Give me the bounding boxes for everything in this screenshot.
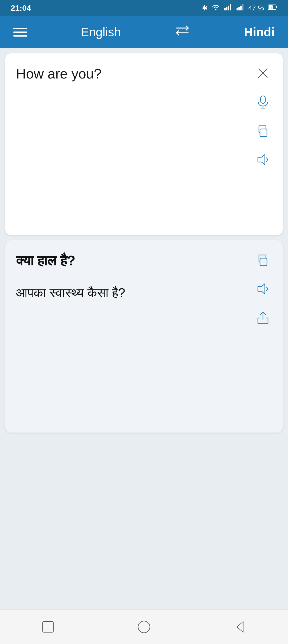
- source-language-button[interactable]: English: [81, 25, 121, 39]
- svg-point-23: [138, 621, 150, 633]
- clear-input-button[interactable]: [254, 64, 272, 82]
- svg-rect-5: [237, 8, 238, 10]
- signal2-icon: [236, 3, 245, 13]
- battery-text: 47 %: [248, 4, 264, 12]
- svg-marker-21: [258, 284, 265, 294]
- translation-secondary-text: आपका स्वास्थ्य कैसा है?: [16, 284, 249, 302]
- target-language-button[interactable]: Hindi: [244, 25, 275, 39]
- svg-marker-24: [237, 622, 243, 632]
- battery-icon: ⚡: [268, 3, 277, 13]
- translation-text-area: क्या हाल है? आपका स्वास्थ्य कैसा है?: [16, 251, 254, 422]
- svg-rect-2: [226, 7, 227, 10]
- speak-translation-button[interactable]: [254, 280, 272, 298]
- status-icons: ✱ 47 %: [202, 3, 277, 13]
- signal-icon: [224, 3, 232, 13]
- top-nav: English Hindi: [0, 16, 288, 48]
- input-actions: [254, 64, 272, 224]
- svg-rect-18: [260, 129, 267, 136]
- hamburger-line-3: [13, 35, 27, 37]
- svg-rect-15: [261, 96, 265, 103]
- home-button[interactable]: [133, 616, 155, 638]
- status-bar: 21:04 ✱: [0, 0, 288, 16]
- svg-rect-4: [230, 4, 231, 10]
- status-time: 21:04: [11, 3, 31, 13]
- wifi-icon: [211, 3, 220, 13]
- svg-rect-20: [260, 258, 267, 266]
- speak-input-button[interactable]: [254, 151, 272, 169]
- svg-rect-10: [276, 6, 277, 8]
- input-card: How are you?: [5, 53, 283, 235]
- copy-translation-button[interactable]: [254, 251, 272, 269]
- svg-rect-22: [43, 622, 53, 632]
- swap-languages-button[interactable]: [174, 24, 190, 40]
- translation-card: क्या हाल है? आपका स्वास्थ्य कैसा है?: [5, 240, 283, 433]
- microphone-button[interactable]: [254, 93, 272, 111]
- bottom-nav: [0, 609, 288, 644]
- svg-rect-1: [224, 8, 226, 10]
- svg-rect-7: [240, 6, 242, 10]
- svg-rect-6: [238, 7, 240, 10]
- main-content: How are you?: [0, 48, 288, 609]
- translation-primary-text: क्या हाल है?: [16, 251, 249, 270]
- translation-actions: [254, 251, 272, 422]
- svg-rect-3: [228, 6, 229, 10]
- svg-rect-8: [242, 4, 243, 10]
- recent-apps-button[interactable]: [37, 616, 59, 638]
- svg-point-0: [215, 9, 216, 10]
- input-text[interactable]: How are you?: [16, 64, 254, 224]
- hamburger-menu-button[interactable]: [13, 28, 27, 37]
- svg-text:⚡: ⚡: [270, 6, 273, 10]
- bluetooth-icon: ✱: [202, 4, 208, 12]
- svg-marker-19: [258, 155, 265, 165]
- hamburger-line-1: [13, 28, 27, 29]
- hamburger-line-2: [13, 32, 27, 33]
- copy-input-button[interactable]: [254, 122, 272, 140]
- share-translation-button[interactable]: [254, 309, 272, 327]
- back-button[interactable]: [229, 616, 251, 638]
